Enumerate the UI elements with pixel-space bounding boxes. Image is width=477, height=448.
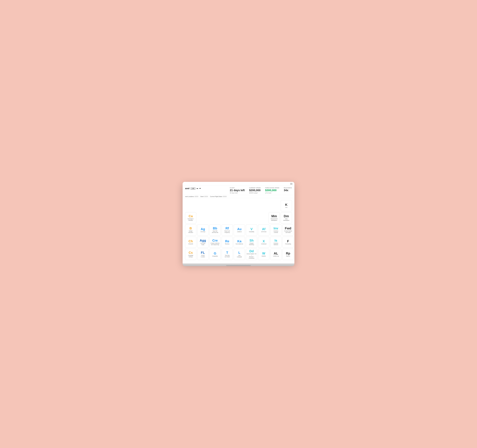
sub-nav-dates-pill — [223, 196, 227, 197]
card-dm-abbr: Dm — [284, 214, 289, 218]
card-row2-1[interactable]: AgAd Group — [197, 224, 209, 236]
card-koa-label: Koa — [285, 207, 288, 208]
card-row3-3[interactable]: ReRecency — [222, 237, 233, 248]
card-mm[interactable]: Mm MeasurementMarketplace — [268, 212, 280, 224]
relevance-value: 34x — [284, 189, 292, 192]
flight-label: FLIGHT — [230, 187, 245, 189]
relevance-stat: RELEVANCE 34x — [284, 187, 292, 194]
card-row4-8-abbr: Rp — [286, 252, 290, 255]
card-row4-5-abbr: Dd — [250, 249, 254, 253]
card-dm[interactable]: Dm DataMarketplace — [281, 212, 292, 224]
forward-arrow-icon[interactable]: ⮕ — [199, 188, 201, 190]
sub-nav-dates-label: Current Flight Dates — [210, 196, 222, 197]
card-row3-5-label: ShopperMarketing — [249, 242, 255, 245]
card-row4-0-label: CampaignSettings — [188, 255, 194, 258]
card-row3-5[interactable]: ShShopperMarketing — [246, 237, 257, 248]
card-row2-1-abbr: Ag — [201, 227, 205, 231]
laptop-base — [183, 263, 294, 266]
sub-nav-funnel-label: nnel Locations — [185, 196, 194, 197]
back-arrow-icon[interactable]: ⬅ — [197, 187, 198, 190]
card-row4-6[interactable]: WWeather — [258, 249, 269, 260]
forecasted-spend-label: FORECASTED SPEND — [265, 187, 279, 189]
card-row3-7-abbr: Is — [274, 239, 277, 242]
card-row3-7[interactable]: IsInventorySelection — [270, 237, 281, 248]
card-campaigns[interactable]: Ca Campaigns /Brand(s) — [185, 212, 196, 224]
card-row4-2-label: Geography — [212, 255, 218, 257]
card-row2-4[interactable]: AuAudience — [234, 224, 245, 236]
card-row3-4[interactable]: KaKoa Audiences — [234, 237, 245, 248]
relevance-label: RELEVANCE — [284, 187, 292, 189]
card-row4-5[interactable]: DdDevice Details / OS /Browser / Connect… — [246, 249, 257, 260]
card-row4-2-abbr: G — [214, 252, 216, 255]
card-campaigns-abbr: Ca — [189, 214, 193, 218]
card-row3-8[interactable]: FForecasting — [282, 237, 294, 248]
card-row3-1-abbr: Agg — [200, 239, 206, 242]
current-spend-value: $200,000 — [249, 189, 261, 192]
card-row2-7[interactable]: InvInventoryControls — [270, 224, 281, 236]
card-row4-3-label: Time Dayand Week — [224, 255, 230, 258]
card-row2-6[interactable]: AfAd Format — [258, 224, 269, 236]
mm-dm-group: Mm MeasurementMarketplace Dm DataMarketp… — [268, 212, 292, 224]
laptop-screen: avel LIVE ⬅ ⮕ FLIGHT 21 days left 60 day… — [183, 182, 294, 263]
menu-icon[interactable] — [290, 183, 292, 185]
forecasted-spend-stat: FORECASTED SPEND $300,000 On track — [265, 187, 279, 194]
card-row2-4-label: Audience — [237, 231, 242, 233]
card-row3-2[interactable]: CreCreative Selectionand Sequencing — [209, 237, 221, 248]
card-row2-2-label: Base Bidand Max Bid — [211, 230, 219, 233]
card-row2-8-label: Forward Marketand Deals — [284, 230, 292, 233]
card-row2-5[interactable]: VViewability — [246, 224, 257, 236]
card-row2-8[interactable]: FwdForward Marketand Deals — [282, 224, 294, 236]
card-row3-3-label: Recency — [224, 243, 230, 245]
laptop-wrapper: avel LIVE ⬅ ⮕ FLIGHT 21 days left 60 day… — [183, 182, 294, 266]
card-row4-4-label: UserLanguage — [236, 255, 242, 258]
card-row4-6-label: Weather — [261, 255, 266, 257]
card-row4-7-label: Activity Log — [273, 255, 279, 257]
current-spend-label: CURRENT SPEND — [249, 187, 261, 189]
card-row4-0[interactable]: CsCampaignSettings — [185, 249, 196, 260]
sub-nav-funnel[interactable]: nnel Locations — [185, 196, 198, 197]
card-row2-3[interactable]: RfReach andFrequency — [222, 224, 233, 236]
card-row2-2[interactable]: BbBase Bidand Max Bid — [209, 224, 221, 236]
sub-nav-funnel-pill — [194, 196, 198, 197]
sub-nav-dates[interactable]: Current Flight Dates — [210, 196, 227, 197]
row2: BBudgetAllocationAgAd GroupBbBase Bidand… — [185, 224, 292, 236]
card-row3-5-abbr: Sh — [250, 239, 254, 242]
card-row4-6-abbr: W — [262, 252, 265, 255]
card-row3-4-abbr: Ka — [237, 240, 241, 243]
card-row3-6[interactable]: XContextual — [258, 237, 269, 248]
card-row4-8[interactable]: RpReports — [282, 249, 294, 260]
card-row4-7[interactable]: ALActivity Log — [270, 249, 281, 260]
card-row3-0[interactable]: ChChannels — [185, 237, 196, 248]
card-koa[interactable]: K Koa — [281, 200, 292, 211]
card-row4-2[interactable]: GGeography — [209, 249, 221, 260]
card-mm-label: MeasurementMarketplace — [270, 218, 278, 221]
card-row3-1[interactable]: AggAd GroupGoals — [197, 237, 209, 248]
card-row3-7-label: InventorySelection — [273, 242, 279, 245]
sub-nav-seed-pill — [204, 196, 208, 197]
card-row4-1-label: FunnelLocation — [200, 255, 205, 258]
card-row2-5-abbr: V — [250, 227, 253, 231]
card-row2-2-abbr: Bb — [213, 227, 217, 230]
card-row4-3-abbr: T — [226, 251, 228, 254]
card-row2-6-label: Ad Format — [261, 231, 267, 233]
card-row4-3[interactable]: TTime Dayand Week — [222, 249, 233, 260]
card-row2-7-label: InventoryControls — [273, 230, 279, 233]
card-row2-3-abbr: Rf — [226, 227, 229, 230]
sub-nav: nnel Locations Seed Current Flight Dates — [183, 195, 294, 198]
card-row4-4-abbr: L — [238, 251, 240, 254]
sub-nav-seed[interactable]: Seed — [200, 196, 208, 197]
card-row4-8-label: Reports — [286, 255, 291, 257]
card-row2-0[interactable]: BBudgetAllocation — [185, 224, 196, 236]
card-row4-7-abbr: AL — [274, 252, 278, 255]
row3: ChChannelsAggAd GroupGoalsCreCreative Se… — [185, 237, 292, 248]
card-row3-1-label: Ad GroupGoals — [200, 242, 206, 245]
current-spend-stat: CURRENT SPEND $200,000 $300K budget — [249, 187, 261, 194]
card-row3-8-abbr: F — [287, 240, 289, 243]
flight-sub: 60 days total — [230, 192, 245, 194]
card-row3-6-label: Contextual — [261, 243, 267, 245]
card-row2-1-label: Ad Group — [200, 231, 206, 233]
card-row4-1[interactable]: FLFunnelLocation — [197, 249, 209, 260]
main-area: K Koa Ca Campaigns /Brand(s) Mm Measurem… — [183, 198, 294, 263]
card-row4-4[interactable]: LUserLanguage — [234, 249, 245, 260]
card-campaigns-label: Campaigns /Brand(s) — [187, 218, 194, 221]
